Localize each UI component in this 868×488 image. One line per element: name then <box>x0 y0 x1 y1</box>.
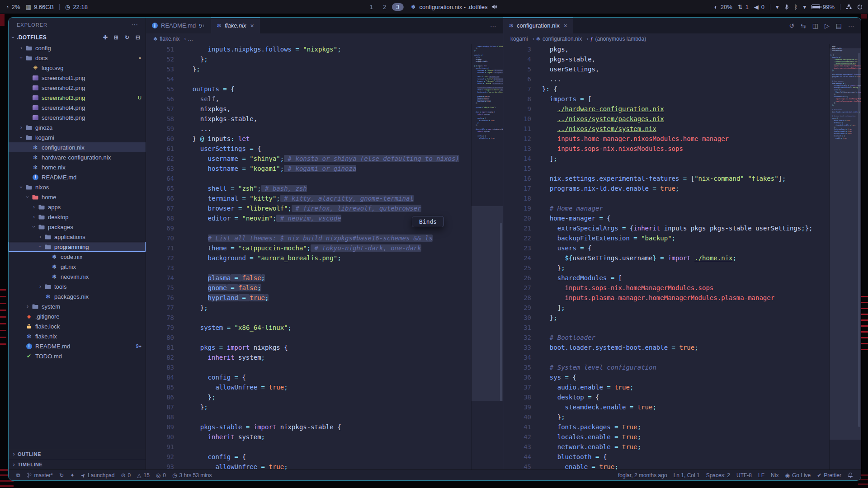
workspace-section-header[interactable]: .DOTFILES ✚⊞↻⊟ <box>9 32 146 43</box>
minimap-slider[interactable] <box>830 48 861 440</box>
status-errors[interactable]: ⊘0 <box>118 470 134 480</box>
tray-chevron[interactable]: ▾ <box>776 4 779 10</box>
close-icon[interactable] <box>250 22 254 29</box>
status-branch[interactable]: master* <box>24 470 56 480</box>
breadcrumb-item[interactable]: ƒ(anonymous lambda) <box>590 36 646 42</box>
explorer-item-packages[interactable]: packages <box>9 222 146 232</box>
explorer-item-configuration-nix[interactable]: ❄configuration.nix <box>9 142 146 152</box>
status-go-live[interactable]: ◉Go Live <box>782 470 814 480</box>
explorer-item-nixos[interactable]: nixos <box>9 182 146 192</box>
status-notifications[interactable] <box>844 470 856 480</box>
network[interactable] <box>846 4 852 9</box>
explorer-item-apps[interactable]: apps <box>9 202 146 212</box>
explorer-item-docs[interactable]: docs● <box>9 53 146 63</box>
split-editor-icon[interactable]: ◫ <box>812 22 818 29</box>
status-warnings[interactable]: △15 <box>134 470 153 480</box>
explorer-item-applications[interactable]: applications <box>9 232 146 242</box>
breadcrumb-item[interactable]: ❄flake.nix <box>153 36 186 42</box>
tab-readme-md[interactable]: iREADME.md9+ <box>146 18 211 33</box>
minimap[interactable]: inputs.nixpkgs.follows = "nixpkgs"; }; }… <box>471 44 503 469</box>
more-icon[interactable]: ⋯ <box>490 22 496 29</box>
refresh-explorer-icon[interactable]: ↻ <box>124 34 130 41</box>
tab-flake-nix[interactable]: ❄flake.nix <box>211 18 260 33</box>
explorer-item-readme-md[interactable]: iREADME.md <box>9 172 146 182</box>
explorer-item-programming[interactable]: programming <box>9 242 146 252</box>
outline-section-header[interactable]: OUTLINE <box>9 449 146 459</box>
workspace-2[interactable]: 2 <box>379 3 390 11</box>
workspace-3[interactable]: 3 <box>392 3 403 11</box>
explorer-item-todo-md[interactable]: ✔TODO.md <box>9 351 146 361</box>
explorer-item-ginoza[interactable]: ginoza <box>9 122 146 132</box>
status-remote[interactable]: ⧉ <box>13 470 24 480</box>
explorer-item-gitignore[interactable]: ◆.gitignore <box>9 311 146 321</box>
code-editor[interactable]: 3456789101112131415161718192021222324252… <box>503 44 861 469</box>
workspace-1[interactable]: 1 <box>366 3 377 11</box>
explorer-item-tools[interactable]: tools <box>9 282 146 291</box>
explorer-item-screenshot4-png[interactable]: screenshot4.png <box>9 103 146 113</box>
explorer-item-packages-nix[interactable]: ❄packages.nix <box>9 291 146 301</box>
status-eol[interactable]: LF <box>755 470 768 480</box>
status-launchpad[interactable]: ➤Launchpad <box>78 470 118 480</box>
explorer-item-flake-nix[interactable]: ❄flake.nix <box>9 331 146 341</box>
status-sync[interactable]: ↻ <box>56 470 67 480</box>
brightness[interactable]: ◐20% <box>714 4 732 10</box>
status-ports[interactable]: ◎0 <box>153 470 169 480</box>
explorer-item-kogami[interactable]: kogami <box>9 132 146 142</box>
scrollbar-thumb[interactable] <box>858 53 860 427</box>
explorer-item-screenshot1-png[interactable]: screenshot1.png <box>9 73 146 83</box>
breadcrumb-item[interactable]: kogami <box>510 36 534 42</box>
compare-icon[interactable]: ⇆ <box>801 22 806 29</box>
explorer-item-code-nix[interactable]: ❄code.nix <box>9 252 146 262</box>
collapse-folders-icon[interactable]: ⊟ <box>135 34 141 41</box>
power[interactable] <box>857 4 863 9</box>
explorer-item-home[interactable]: home <box>9 192 146 202</box>
cpu[interactable]: ◔2% <box>5 4 20 10</box>
explorer-item-screenshot6-png[interactable]: screenshot6.png <box>9 113 146 122</box>
network-traffic[interactable]: ⇅1 <box>738 4 749 10</box>
explorer-item-system[interactable]: system <box>9 301 146 311</box>
more-icon[interactable]: ⋯ <box>848 22 854 29</box>
explorer-item-git-nix[interactable]: ❄git.nix <box>9 262 146 272</box>
run-icon[interactable]: ▷ <box>825 22 830 29</box>
explorer-item-logo-svg[interactable]: ✳logo.svg <box>9 63 146 73</box>
bluetooth[interactable]: ᛒ <box>794 4 798 10</box>
explorer-item-flake-lock[interactable]: flake.lock <box>9 321 146 331</box>
breadcrumb-item[interactable]: … <box>188 36 193 42</box>
scrollbar-thumb[interactable] <box>500 223 502 401</box>
explorer-item-neovim-nix[interactable]: ❄neovim.nix <box>9 272 146 282</box>
status-wakatime[interactable]: ◷3 hrs 53 mins <box>169 470 215 480</box>
explorer-item-screenshot2-png[interactable]: screenshot2.png <box>9 83 146 93</box>
media-count[interactable]: ◀0 <box>754 4 764 10</box>
status-cursor-position[interactable]: Ln 1, Col 1 <box>670 470 703 480</box>
explorer-item-config[interactable]: config <box>9 43 146 53</box>
tab-configuration-nix[interactable]: ❄configuration.nix <box>503 18 574 33</box>
clock[interactable]: ◷22:18 <box>65 4 88 10</box>
tray-chevron-2[interactable]: ▾ <box>803 4 806 10</box>
memory[interactable]: ▦9.66GB <box>26 4 54 10</box>
views-more-actions-icon[interactable]: ⋯ <box>131 21 138 29</box>
status-indentation[interactable]: Spaces: 2 <box>703 470 733 480</box>
timeline-section-header[interactable]: TIMELINE <box>9 459 146 469</box>
microphone[interactable] <box>784 4 789 10</box>
explorer-item-home-nix[interactable]: ❄home.nix <box>9 162 146 172</box>
battery[interactable]: 99% <box>811 4 835 10</box>
status-language[interactable]: Nix <box>768 470 782 480</box>
explorer-item-desktop[interactable]: desktop <box>9 212 146 222</box>
explorer-item-readme-md[interactable]: iREADME.md9+ <box>9 341 146 351</box>
status-gitlens[interactable]: ✦ <box>67 470 78 480</box>
breadcrumb-item[interactable]: ❄configuration.nix <box>536 36 589 42</box>
status-blame[interactable]: foglar, 2 months ago <box>615 470 670 480</box>
layout-icon[interactable]: ▤ <box>836 22 842 29</box>
status-prettier[interactable]: ✔Prettier <box>814 470 844 480</box>
close-icon[interactable] <box>564 22 567 29</box>
new-file-icon[interactable]: ✚ <box>102 34 108 41</box>
status-encoding[interactable]: UTF-8 <box>733 470 755 480</box>
item-label: kogami <box>35 134 54 141</box>
new-folder-icon[interactable]: ⊞ <box>113 34 119 41</box>
minimap-slider[interactable] <box>472 206 503 402</box>
history-icon[interactable]: ↺ <box>789 22 794 29</box>
explorer-item-screenshot3-png[interactable]: screenshot3.pngU <box>9 93 146 103</box>
explorer-item-hardware-configuration-nix[interactable]: ❄hardware-configuration.nix <box>9 152 146 162</box>
code-editor[interactable]: 5152535455565758596061626364656667686970… <box>146 44 503 469</box>
minimap[interactable]: pkgs, pkgs-stable, userSettings, ...}: {… <box>829 44 861 469</box>
